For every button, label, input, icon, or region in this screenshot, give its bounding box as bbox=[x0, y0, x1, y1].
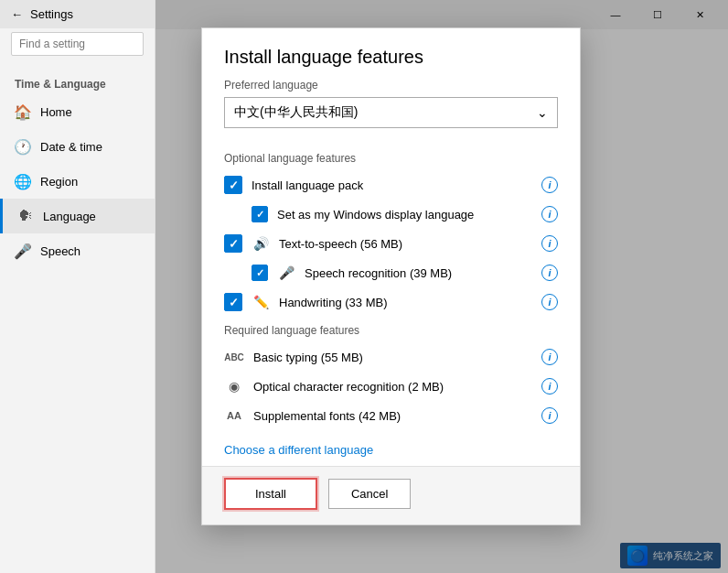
sidebar-item-region[interactable]: 🌐 Region bbox=[0, 164, 155, 199]
install-pack-label: Install language pack bbox=[252, 178, 532, 192]
dialog-header: Install language features Preferred lang… bbox=[202, 28, 580, 143]
dropdown-value: 中文(中华人民共和国) bbox=[234, 104, 358, 121]
required-fonts: AA Supplemental fonts (42 MB) i bbox=[224, 401, 558, 430]
dialog-footer: Install Cancel bbox=[202, 466, 580, 524]
clock-icon: 🕐 bbox=[15, 138, 31, 155]
required-section: Required language features ABC Basic typ… bbox=[202, 317, 580, 434]
feature-display-language[interactable]: ✓ Set as my Windows display language i bbox=[224, 200, 558, 229]
checkbox-display-language[interactable]: ✓ bbox=[252, 206, 268, 222]
required-section-label: Required language features bbox=[224, 324, 558, 337]
fonts-icon: AA bbox=[224, 405, 244, 426]
sidebar: ← Settings Time & Language 🏠 Home 🕐 Date… bbox=[0, 0, 155, 573]
choose-different-language-link[interactable]: Choose a different language bbox=[224, 443, 373, 457]
feature-speech-recognition[interactable]: ✓ 🎤 Speech recognition (39 MB) i bbox=[224, 258, 558, 287]
sidebar-section-title: Time & Language bbox=[0, 67, 155, 94]
feature-install-pack[interactable]: ✓ Install language pack i bbox=[224, 170, 558, 200]
optional-section-label: Optional language features bbox=[202, 143, 580, 170]
main-area: — ☐ ✕ 🔵 纯净系统之家 Install language features… bbox=[155, 0, 728, 573]
checkmark-icon-3: ✓ bbox=[229, 237, 239, 251]
checkbox-install-pack[interactable]: ✓ bbox=[224, 176, 242, 194]
install-button[interactable]: Install bbox=[224, 478, 317, 510]
ocr-label: Optical character recognition (2 MB) bbox=[253, 380, 532, 394]
info-basic-typing-icon[interactable]: i bbox=[541, 349, 558, 365]
dialog: Install language features Preferred lang… bbox=[201, 27, 581, 525]
sidebar-item-language-label: Language bbox=[43, 210, 96, 223]
supplemental-fonts-label: Supplemental fonts (42 MB) bbox=[253, 409, 532, 423]
basic-typing-icon: ABC bbox=[224, 347, 244, 367]
required-ocr: ◉ Optical character recognition (2 MB) i bbox=[224, 372, 558, 401]
handwriting-label: Handwriting (33 MB) bbox=[279, 296, 532, 309]
dialog-body: ✓ Install language pack i ✓ Set as my Wi… bbox=[202, 170, 580, 317]
mic-feature-icon: 🎤 bbox=[277, 264, 295, 282]
sidebar-item-language[interactable]: 🗣 Language bbox=[0, 199, 155, 233]
checkmark-icon-2: ✓ bbox=[256, 209, 264, 221]
mic-icon: 🎤 bbox=[15, 243, 31, 259]
globe-icon: 🌐 bbox=[15, 173, 31, 189]
back-icon: ← bbox=[11, 7, 23, 21]
sidebar-item-speech[interactable]: 🎤 Speech bbox=[0, 233, 155, 268]
sidebar-item-home-label: Home bbox=[40, 105, 72, 119]
checkmark-icon: ✓ bbox=[229, 178, 239, 192]
info-install-pack-icon[interactable]: i bbox=[541, 177, 558, 193]
info-tts-icon[interactable]: i bbox=[541, 235, 558, 252]
preferred-language-label: Preferred language bbox=[224, 79, 558, 92]
home-icon: 🏠 bbox=[15, 103, 31, 120]
info-handwriting-icon[interactable]: i bbox=[541, 294, 558, 310]
checkbox-handwriting[interactable]: ✓ bbox=[224, 293, 242, 311]
ocr-icon: ◉ bbox=[224, 376, 244, 396]
search-area bbox=[11, 32, 144, 56]
sidebar-item-region-label: Region bbox=[40, 175, 78, 189]
language-icon: 🗣 bbox=[17, 208, 34, 224]
checkmark-icon-4: ✓ bbox=[256, 267, 264, 279]
speech-recognition-label: Speech recognition (39 MB) bbox=[305, 266, 532, 280]
info-ocr-icon[interactable]: i bbox=[541, 378, 558, 395]
sidebar-item-date-time[interactable]: 🕐 Date & time bbox=[0, 129, 155, 164]
handwriting-icon: ✏️ bbox=[252, 293, 270, 311]
feature-tts[interactable]: ✓ 🔊 Text-to-speech (56 MB) i bbox=[224, 229, 558, 258]
tts-label: Text-to-speech (56 MB) bbox=[279, 237, 532, 251]
checkmark-icon-5: ✓ bbox=[229, 296, 239, 309]
language-dropdown[interactable]: 中文(中华人民共和国) ⌄ bbox=[224, 97, 558, 128]
checkbox-speech[interactable]: ✓ bbox=[252, 265, 268, 281]
sidebar-item-date-label: Date & time bbox=[40, 140, 102, 154]
basic-typing-label: Basic typing (55 MB) bbox=[253, 351, 532, 364]
back-button[interactable]: ← Settings bbox=[0, 0, 155, 28]
tts-icon: 🔊 bbox=[252, 234, 270, 253]
info-display-language-icon[interactable]: i bbox=[541, 206, 558, 222]
feature-handwriting[interactable]: ✓ ✏️ Handwriting (33 MB) i bbox=[224, 287, 558, 317]
required-basic-typing: ABC Basic typing (55 MB) i bbox=[224, 342, 558, 372]
back-label: Settings bbox=[30, 7, 73, 21]
search-input[interactable] bbox=[11, 32, 144, 56]
sidebar-item-home[interactable]: 🏠 Home bbox=[0, 94, 155, 129]
info-speech-icon[interactable]: i bbox=[541, 265, 558, 281]
dialog-title: Install language features bbox=[224, 47, 558, 68]
checkbox-tts[interactable]: ✓ bbox=[224, 234, 242, 253]
display-language-label: Set as my Windows display language bbox=[277, 208, 532, 222]
chevron-down-icon: ⌄ bbox=[537, 105, 548, 120]
sidebar-item-speech-label: Speech bbox=[40, 244, 80, 258]
info-fonts-icon[interactable]: i bbox=[541, 407, 558, 424]
cancel-button[interactable]: Cancel bbox=[328, 479, 411, 509]
